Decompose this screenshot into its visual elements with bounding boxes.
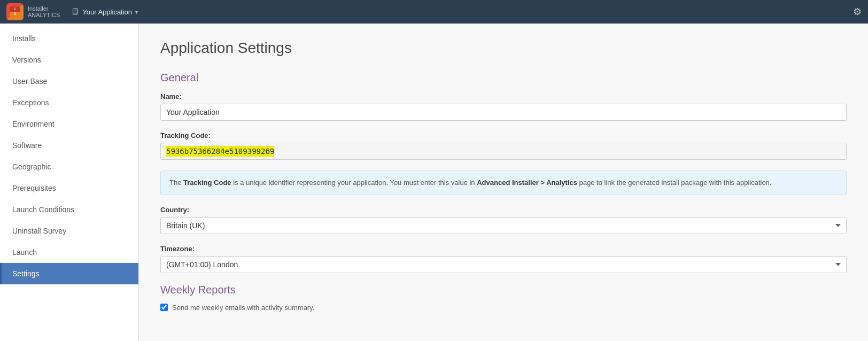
- sidebar-item-user-base[interactable]: User Base: [0, 71, 138, 92]
- info-bold-advanced-installer: Advanced Installer > Analytics: [477, 179, 577, 187]
- logo-icon: i A: [6, 3, 24, 20]
- tracking-code-form-group: Tracking Code: 5936b75366284e5109399269: [160, 131, 847, 160]
- weekly-reports-section-title: Weekly Reports: [160, 284, 847, 296]
- monitor-icon: 🖥: [71, 7, 79, 17]
- header-left: i A Installer ANALYTICS 🖥 Your Applicati…: [6, 3, 142, 20]
- svg-text:A: A: [13, 12, 16, 15]
- sidebar-item-label: Settings: [12, 269, 40, 278]
- info-text-end: page to link the generated install packa…: [577, 179, 772, 187]
- main-content: Application Settings General Name: Track…: [139, 24, 868, 341]
- tracking-code-box: 5936b75366284e5109399269: [160, 143, 847, 160]
- tracking-code-label: Tracking Code:: [160, 131, 847, 140]
- country-form-group: Country: Britain (UK) United States Germ…: [160, 206, 847, 234]
- sidebar-item-installs[interactable]: Installs: [0, 28, 138, 49]
- sidebar-item-prerequisites[interactable]: Prerequisites: [0, 177, 138, 199]
- logo-line2: ANALYTICS: [28, 12, 60, 18]
- info-bold-tracking-code: Tracking Code: [183, 179, 231, 187]
- dropdown-caret-icon: ▾: [135, 9, 138, 15]
- name-input[interactable]: [160, 104, 847, 121]
- logo-text: Installer ANALYTICS: [28, 5, 60, 18]
- country-label: Country:: [160, 206, 847, 214]
- settings-gear-icon[interactable]: ⚙: [853, 6, 862, 18]
- info-text-before: The: [169, 179, 183, 187]
- sidebar-item-label: Exceptions: [12, 98, 49, 107]
- sidebar-item-label: Software: [12, 141, 42, 150]
- timezone-select[interactable]: (GMT+01:00) London (GMT+00:00) UTC (GMT-…: [160, 256, 847, 273]
- sidebar-item-label: Launch: [12, 248, 37, 257]
- sidebar-item-label: Geographic: [12, 162, 51, 171]
- tracking-code-value[interactable]: 5936b75366284e5109399269: [166, 146, 274, 157]
- name-form-group: Name:: [160, 92, 847, 121]
- sidebar-item-settings[interactable]: Settings: [0, 263, 138, 284]
- sidebar-item-label: Launch Conditions: [12, 205, 74, 214]
- page-title: Application Settings: [160, 40, 847, 57]
- logo-line1: Installer: [28, 5, 60, 12]
- sidebar-item-software[interactable]: Software: [0, 135, 138, 156]
- weekly-reports-checkbox-label[interactable]: Send me weekly emails with activity summ…: [160, 304, 847, 312]
- sidebar-item-geographic[interactable]: Geographic: [0, 156, 138, 177]
- logo: i A Installer ANALYTICS: [6, 3, 60, 20]
- weekly-reports-label-text: Send me weekly emails with activity summ…: [172, 304, 314, 312]
- sidebar-item-label: Versions: [12, 56, 41, 64]
- sidebar-item-label: Installs: [12, 34, 36, 43]
- timezone-label: Timezone:: [160, 245, 847, 253]
- general-section-title: General: [160, 72, 847, 84]
- sidebar-item-versions[interactable]: Versions: [0, 49, 138, 71]
- sidebar-item-launch-conditions[interactable]: Launch Conditions: [0, 199, 138, 220]
- layout: Installs Versions User Base Exceptions E…: [0, 24, 868, 341]
- timezone-form-group: Timezone: (GMT+01:00) London (GMT+00:00)…: [160, 245, 847, 273]
- app-name-label: Your Application: [82, 8, 132, 16]
- sidebar-item-environment[interactable]: Environment: [0, 113, 138, 135]
- sidebar-item-label: Environment: [12, 120, 55, 128]
- app-selector[interactable]: 🖥 Your Application ▾: [66, 5, 142, 19]
- sidebar: Installs Versions User Base Exceptions E…: [0, 24, 139, 341]
- weekly-reports-checkbox[interactable]: [160, 304, 168, 311]
- sidebar-item-label: Prerequisites: [12, 184, 56, 192]
- sidebar-item-label: Uninstall Survey: [12, 227, 66, 235]
- sidebar-item-launch[interactable]: Launch: [0, 242, 138, 263]
- sidebar-item-label: User Base: [12, 77, 47, 86]
- sidebar-item-uninstall-survey[interactable]: Uninstall Survey: [0, 220, 138, 242]
- tracking-code-info-box: The Tracking Code is a unique identifier…: [160, 170, 847, 195]
- sidebar-item-exceptions[interactable]: Exceptions: [0, 92, 138, 113]
- svg-text:i: i: [14, 7, 15, 11]
- country-select[interactable]: Britain (UK) United States Germany Franc…: [160, 217, 847, 234]
- header: i A Installer ANALYTICS 🖥 Your Applicati…: [0, 0, 868, 24]
- name-label: Name:: [160, 92, 847, 100]
- info-text-mid: is a unique identifier representing your…: [231, 179, 477, 187]
